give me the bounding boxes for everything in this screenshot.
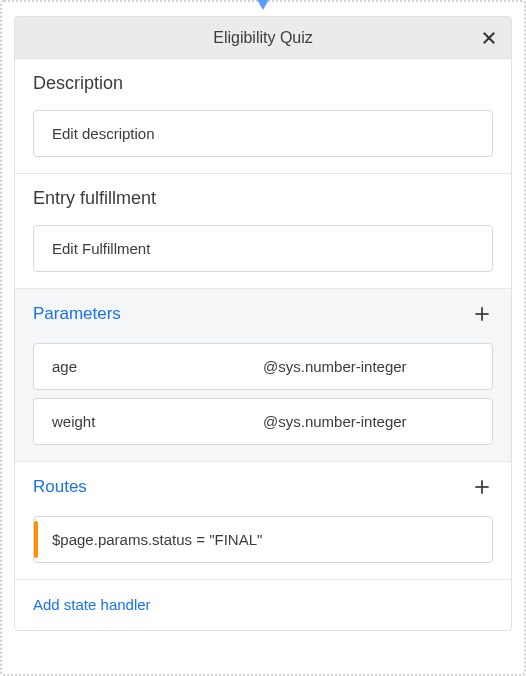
page-config-panel: Eligibility Quiz Description Edit descri… (14, 16, 512, 631)
panel-header: Eligibility Quiz (15, 17, 511, 59)
parameters-label[interactable]: Parameters (33, 304, 121, 324)
add-state-handler-link[interactable]: Add state handler (33, 596, 151, 613)
description-section: Description Edit description (15, 59, 511, 174)
parameter-name: weight (52, 413, 263, 430)
plus-icon (472, 477, 492, 497)
parameter-row[interactable]: weight @sys.number-integer (33, 398, 493, 445)
route-accent-bar (34, 521, 38, 558)
plus-icon (472, 304, 492, 324)
routes-header-row: Routes (33, 476, 493, 498)
route-row[interactable]: $page.params.status = "FINAL" (33, 516, 493, 563)
close-icon (480, 29, 498, 47)
entry-fulfillment-section: Entry fulfillment Edit Fulfillment (15, 174, 511, 289)
add-route-button[interactable] (471, 476, 493, 498)
parameters-section: Parameters age @sys.number-integer weigh… (15, 289, 511, 462)
parameter-type: @sys.number-integer (263, 358, 474, 375)
route-condition: $page.params.status = "FINAL" (52, 531, 262, 548)
parameters-header-row: Parameters (33, 303, 493, 325)
routes-section: Routes $page.params.status = "FINAL" (15, 462, 511, 580)
parameter-type: @sys.number-integer (263, 413, 474, 430)
routes-label[interactable]: Routes (33, 477, 87, 497)
state-handler-section: Add state handler (15, 580, 511, 630)
add-parameter-button[interactable] (471, 303, 493, 325)
description-label: Description (33, 73, 493, 94)
panel-title: Eligibility Quiz (213, 29, 313, 47)
close-button[interactable] (479, 28, 499, 48)
edit-fulfillment-button[interactable]: Edit Fulfillment (33, 225, 493, 272)
parameter-row[interactable]: age @sys.number-integer (33, 343, 493, 390)
incoming-arrow-icon (255, 0, 271, 10)
entry-fulfillment-label: Entry fulfillment (33, 188, 493, 209)
edit-description-button[interactable]: Edit description (33, 110, 493, 157)
parameter-name: age (52, 358, 263, 375)
